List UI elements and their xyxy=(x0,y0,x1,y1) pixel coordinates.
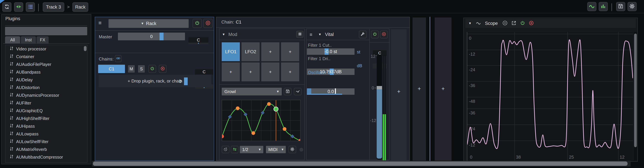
lfo-slot-add[interactable]: + xyxy=(261,42,280,61)
vital-header-divider xyxy=(306,40,369,40)
vital-editor-button[interactable] xyxy=(359,31,366,38)
vital-delete-button[interactable] xyxy=(380,31,388,38)
scope-pause-button[interactable] xyxy=(502,20,508,27)
scope-scrollbar-track[interactable] xyxy=(634,32,637,160)
breadcrumb-track-button[interactable]: Track 3 xyxy=(43,2,64,12)
vital-param3-slider[interactable]: 0.0 xyxy=(307,88,354,95)
vital-param1-slider[interactable]: -0.0 st xyxy=(307,48,354,55)
plugin-list-item[interactable]: Video processor xyxy=(5,45,87,53)
tab-fx[interactable]: FX xyxy=(36,36,49,43)
vital-fader[interactable] xyxy=(377,55,382,159)
scope-power-button[interactable] xyxy=(520,20,525,26)
lfo-curve-svg[interactable] xyxy=(222,100,300,141)
vital-menu-icon[interactable]: ≡ xyxy=(310,32,312,37)
tab-inst[interactable]: Inst xyxy=(21,36,36,43)
plugin-list-item[interactable]: AUAudioFilePlayer xyxy=(5,61,87,68)
lfo-slot-add[interactable]: + xyxy=(242,63,260,81)
connections-button[interactable] xyxy=(14,2,23,12)
lfo-preset-edit-button[interactable] xyxy=(294,88,302,95)
rack-power-button[interactable] xyxy=(192,19,202,28)
vital-strip-header-divider xyxy=(370,42,390,43)
plugin-list-item[interactable]: Container xyxy=(5,53,87,61)
lfo-slot-add[interactable]: + xyxy=(281,42,299,61)
lfo-preset-combo[interactable]: Growl ▼ xyxy=(222,88,282,95)
refresh-button[interactable] xyxy=(2,2,12,12)
lfo-sync-combo[interactable]: MIDI ▼ xyxy=(266,146,286,153)
scope-popout-button[interactable] xyxy=(511,20,516,26)
plugin-search-input[interactable] xyxy=(5,27,87,35)
routing-list-button[interactable] xyxy=(26,2,35,12)
meter-view-button[interactable] xyxy=(599,2,608,11)
rack-menu-icon[interactable]: ≡ xyxy=(98,20,102,26)
lfo-preset-save-button[interactable] xyxy=(284,88,292,95)
chain-mute-button[interactable]: M xyxy=(128,65,135,73)
lfo-rate-value: 1/2 xyxy=(242,147,258,152)
lfo-slot-add[interactable]: + xyxy=(261,63,280,81)
lfo-slot-add[interactable]: + xyxy=(222,63,240,81)
panel-resize-divider[interactable] xyxy=(430,17,430,161)
scope-collapse-icon[interactable]: ▼ xyxy=(468,22,472,25)
mod-collapse-icon[interactable]: ▼ xyxy=(222,33,225,36)
scope-y-label: -12 xyxy=(469,142,475,147)
scope-delete-button[interactable] xyxy=(528,20,534,26)
vital-fader-cap[interactable] xyxy=(377,86,382,89)
rack-delete-button[interactable] xyxy=(203,19,213,28)
plugin-list-item[interactable]: AUNBandEQ xyxy=(5,161,87,163)
plugin-list-item[interactable]: AUGraphicEQ xyxy=(5,107,87,115)
breadcrumb-rack-button[interactable]: Rack xyxy=(72,2,88,12)
rack-selector[interactable]: ▼ Rack xyxy=(108,19,189,28)
plugin-item-label: AUAudioFilePlayer xyxy=(16,62,51,67)
chains-link-button[interactable] xyxy=(115,55,122,62)
plugin-list-item[interactable]: AUMultibandCompressor xyxy=(5,153,87,161)
wave-view-button[interactable] xyxy=(587,2,596,11)
master-gain-slider[interactable]: 0 xyxy=(118,33,185,40)
plugin-list-item[interactable]: AUHighShelfFilter xyxy=(5,115,87,122)
lfo-slot-lfo2[interactable]: LFO2 xyxy=(242,42,260,61)
meter-scale-0: 0 xyxy=(372,85,374,91)
scope-scrollbar-thumb[interactable] xyxy=(634,34,637,147)
add-rack-zone[interactable]: + xyxy=(435,18,452,160)
vital-power-button[interactable] xyxy=(371,31,379,38)
chain-solo-button[interactable]: S xyxy=(138,65,145,73)
plugin-list-item[interactable]: AUDelay xyxy=(5,76,87,84)
rack-hscrollbar-thumb[interactable] xyxy=(93,161,628,166)
plugin-list-item[interactable]: AUDistortion xyxy=(5,84,87,91)
chain-power-button[interactable] xyxy=(148,65,156,73)
scope-y-label: 0 xyxy=(469,36,471,41)
plugin-list-item[interactable]: AULowShelfFilter xyxy=(5,138,87,145)
vital-collapse-icon[interactable]: ▼ xyxy=(318,33,322,36)
vital-param2-unit: dB xyxy=(357,63,362,68)
tab-all[interactable]: All xyxy=(5,36,20,43)
scope-plot[interactable]: 0-12-24-36-48-36-24-120382512 xyxy=(467,32,633,160)
lfo-slot-lfo1[interactable]: LFO1 xyxy=(222,42,240,61)
plugin-list-item[interactable]: AUBandpass xyxy=(5,68,87,76)
save-button[interactable] xyxy=(616,2,625,11)
plugin-icon xyxy=(10,46,14,52)
lfo-slot-add[interactable]: + xyxy=(281,63,299,81)
rack-hscrollbar-track[interactable] xyxy=(92,161,630,166)
plugin-icon xyxy=(10,100,14,106)
plugin-list-item[interactable]: AULowpass xyxy=(5,130,87,138)
lfo-loop-button[interactable] xyxy=(231,146,238,153)
lfo-bypass-button[interactable] xyxy=(222,146,230,153)
chain-add-plugin-zone[interactable]: + xyxy=(391,29,406,160)
lfo-settings-button[interactable] xyxy=(288,146,296,153)
chain-select-button[interactable]: C1 xyxy=(98,65,125,73)
mod-title: Mod xyxy=(228,32,237,37)
rack-drop-zone[interactable]: + Drop plugin, rack, or chain xyxy=(98,75,211,87)
top-toolbar: Track 3 > Rack xyxy=(0,0,644,13)
vital-param2-slider[interactable]: 10.7937dB xyxy=(307,69,354,75)
plugin-list-item[interactable]: AUFilter xyxy=(5,99,87,107)
plugin-list-scrollbar[interactable] xyxy=(84,46,86,51)
add-chain-zone[interactable]: + xyxy=(412,18,426,160)
plugin-list-item[interactable]: AUHipass xyxy=(5,122,87,130)
mod-matrix-button[interactable] xyxy=(296,31,304,38)
settings-button[interactable] xyxy=(628,2,636,11)
meter-scale-12: 12 xyxy=(371,54,376,59)
plugin-list-item[interactable]: AUMatrixReverb xyxy=(5,145,87,153)
chain-gain-slider[interactable]: 0 xyxy=(168,77,192,85)
lfo-curve-editor[interactable] xyxy=(222,100,300,141)
plugin-list-item[interactable]: AUDynamicsProcessor xyxy=(5,91,87,99)
lfo-rate-combo[interactable]: 1/2 ▼ xyxy=(240,146,263,153)
chain-delete-button[interactable] xyxy=(159,65,166,73)
